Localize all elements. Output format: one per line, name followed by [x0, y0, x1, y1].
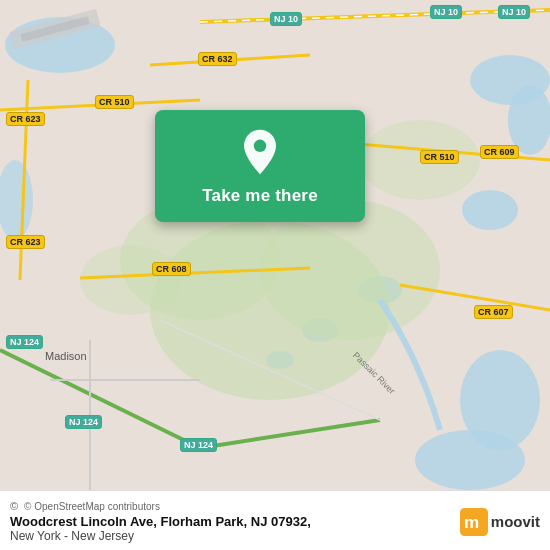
road-label-cr632: CR 632 [198, 52, 237, 66]
osm-attribution: © OpenStreetMap contributors [24, 501, 452, 512]
svg-point-4 [462, 190, 518, 230]
address-line2: New York - New Jersey [10, 529, 452, 543]
take-me-there-button[interactable]: Take me there [202, 186, 318, 206]
road-label-cr608: CR 608 [152, 262, 191, 276]
address-block: Woodcrest Lincoln Ave, Florham Park, NJ … [10, 514, 452, 543]
road-label-cr623-bottom: CR 623 [6, 235, 45, 249]
road-label-cr623-top: CR 623 [6, 112, 45, 126]
svg-point-15 [80, 245, 180, 315]
address-line1: Woodcrest Lincoln Ave, Florham Park, NJ … [10, 514, 452, 529]
svg-point-6 [415, 430, 525, 490]
svg-point-31 [254, 140, 266, 152]
road-label-cr510-left: CR 510 [95, 95, 134, 109]
take-me-there-card[interactable]: Take me there [155, 110, 365, 222]
road-label-cr510-right: CR 510 [420, 150, 459, 164]
map-container: NJ 10 NJ 10 NJ 10 CR 632 CR 510 CR 510 C… [0, 0, 550, 490]
road-label-cr609: CR 609 [480, 145, 519, 159]
moovit-logo: m moovit [460, 508, 540, 536]
bottom-bar: © © OpenStreetMap contributors Woodcrest… [0, 490, 550, 550]
moovit-m-icon: m [460, 508, 488, 536]
road-label-nj10-right: NJ 10 [430, 5, 462, 19]
moovit-text: moovit [491, 513, 540, 530]
svg-text:m: m [464, 513, 479, 532]
road-label-nj124-side: NJ 124 [6, 335, 43, 349]
road-label-nj10-far-right: NJ 10 [498, 5, 530, 19]
road-label-nj124-mid: NJ 124 [180, 438, 217, 452]
road-label-cr607: CR 607 [474, 305, 513, 319]
road-label-nj10-top: NJ 10 [270, 12, 302, 26]
road-label-nj124-left: NJ 124 [65, 415, 102, 429]
location-pin-icon [236, 128, 284, 176]
madison-label: Madison [45, 350, 87, 362]
copyright-icon: © [10, 500, 18, 512]
